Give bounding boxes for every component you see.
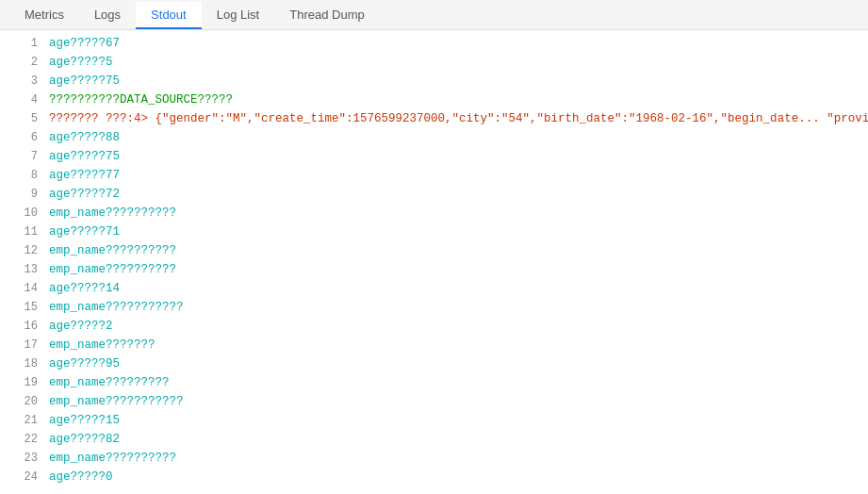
log-row: 3age?????75 [0, 72, 868, 91]
line-number: 4 [0, 91, 49, 109]
log-row: 7age?????75 [0, 147, 868, 166]
log-text: age?????88 [49, 128, 120, 147]
tab-thread-dump[interactable]: Thread Dump [274, 2, 379, 29]
log-row: 21age?????15 [0, 411, 868, 430]
line-number: 22 [0, 430, 49, 449]
tab-stdout[interactable]: Stdout [136, 2, 202, 29]
line-number: 11 [0, 222, 49, 241]
line-number: 14 [0, 279, 49, 298]
line-number: 24 [0, 468, 49, 486]
log-row: 10emp_name?????????? [0, 204, 868, 222]
log-row: 23emp_name?????????? [0, 449, 868, 468]
log-text: age?????0 [49, 468, 113, 486]
log-row: 9age?????72 [0, 185, 868, 204]
log-row: 8age?????77 [0, 166, 868, 185]
log-row: 24age?????0 [0, 468, 868, 486]
line-number: 6 [0, 128, 49, 147]
log-text: age?????72 [49, 185, 120, 204]
log-text: age?????67 [49, 34, 120, 53]
log-text: ??????? ???:4> {"gender":"M","create_tim… [49, 109, 868, 128]
line-number: 12 [0, 241, 49, 260]
log-row: 19emp_name????????? [0, 373, 868, 392]
log-row: 2age?????5 [0, 53, 868, 72]
log-text: ??????????DATA_SOURCE????? [49, 91, 233, 109]
line-number: 21 [0, 411, 49, 430]
log-row: 14age?????14 [0, 279, 868, 298]
line-number: 20 [0, 392, 49, 411]
log-text: emp_name?????????? [49, 260, 176, 279]
log-row: 12emp_name?????????? [0, 241, 868, 260]
tab-logs[interactable]: Logs [79, 2, 136, 29]
log-row: 5??????? ???:4> {"gender":"M","create_ti… [0, 109, 868, 128]
log-row: 20emp_name??????????? [0, 392, 868, 411]
log-text: emp_name?????????? [49, 449, 176, 468]
line-number: 15 [0, 298, 49, 317]
log-text: age?????75 [49, 147, 120, 166]
log-row: 16age?????2 [0, 317, 868, 336]
log-row: 6age?????88 [0, 128, 868, 147]
log-text: age?????14 [49, 279, 120, 298]
tab-bar: MetricsLogsStdoutLog ListThread Dump [0, 0, 868, 30]
log-text: emp_name??????????? [49, 298, 184, 317]
log-row: 18age?????95 [0, 354, 868, 373]
log-row: 17emp_name??????? [0, 336, 868, 354]
log-row: 15emp_name??????????? [0, 298, 868, 317]
line-number: 9 [0, 185, 49, 204]
content-area: 1age?????672age?????53age?????754???????… [0, 30, 868, 493]
line-number: 3 [0, 72, 49, 91]
tab-metrics[interactable]: Metrics [9, 2, 79, 29]
line-number: 8 [0, 166, 49, 185]
line-number: 1 [0, 34, 49, 53]
log-text: emp_name?????????? [49, 204, 176, 222]
log-text: age?????82 [49, 430, 120, 449]
line-number: 18 [0, 354, 49, 373]
log-text: age?????2 [49, 317, 113, 336]
log-row: 11age?????71 [0, 222, 868, 241]
line-number: 7 [0, 147, 49, 166]
line-number: 5 [0, 109, 49, 128]
line-number: 2 [0, 53, 49, 72]
log-text: age?????5 [49, 53, 113, 72]
log-text: age?????15 [49, 411, 120, 430]
line-number: 16 [0, 317, 49, 336]
log-text: emp_name??????? [49, 336, 156, 354]
line-number: 23 [0, 449, 49, 468]
line-number: 10 [0, 204, 49, 222]
log-text: emp_name?????????? [49, 241, 176, 260]
log-row: 13emp_name?????????? [0, 260, 868, 279]
log-view: 1age?????672age?????53age?????754???????… [0, 30, 868, 490]
line-number: 17 [0, 336, 49, 354]
log-text: age?????75 [49, 72, 120, 91]
log-row: 1age?????67 [0, 34, 868, 53]
line-number: 13 [0, 260, 49, 279]
tab-log-list[interactable]: Log List [202, 2, 275, 29]
log-text: emp_name??????????? [49, 392, 184, 411]
log-row: 22age?????82 [0, 430, 868, 449]
log-text: age?????95 [49, 354, 120, 373]
log-row: 4??????????DATA_SOURCE????? [0, 91, 868, 109]
log-text: emp_name????????? [49, 373, 170, 392]
log-text: age?????71 [49, 222, 120, 241]
log-text: age?????77 [49, 166, 120, 185]
line-number: 19 [0, 373, 49, 392]
